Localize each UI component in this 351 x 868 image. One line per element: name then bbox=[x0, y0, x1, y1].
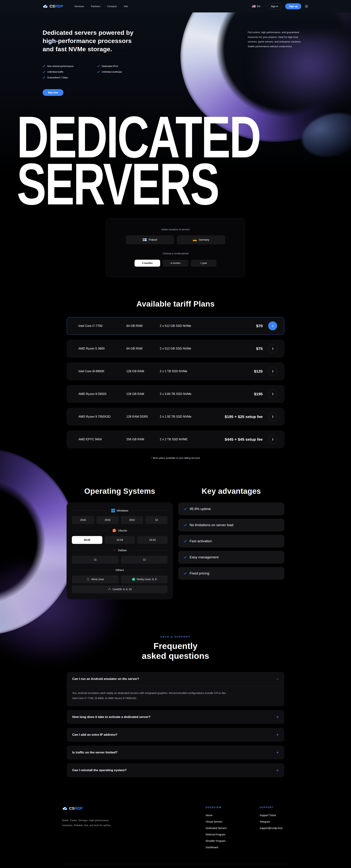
expand-plus-icon[interactable]: + bbox=[276, 715, 279, 719]
footer-link-support-email[interactable]: support@csrdp.host bbox=[259, 827, 283, 830]
giant-dedicated-servers-title: DEDICATED SERVERS bbox=[0, 114, 351, 208]
faq-question-toggle[interactable]: Can I run an Android emulator on the ser… bbox=[67, 672, 284, 686]
check-icon bbox=[97, 71, 100, 73]
collapse-minus-icon[interactable]: − bbox=[276, 677, 279, 681]
debian-logo-icon bbox=[113, 549, 116, 552]
faq-list: Can I run an Android emulator on the ser… bbox=[67, 672, 284, 777]
faq-question-toggle[interactable]: Can I add an extra IP address? + bbox=[67, 728, 284, 742]
buy-now-button[interactable]: Buy now bbox=[43, 89, 64, 96]
os-windows-2019-button[interactable]: 2019 bbox=[96, 516, 119, 524]
footer-brand-logo[interactable]: CSRDP bbox=[62, 806, 132, 810]
plan-row-intel-i7-7700[interactable]: Intel Core i7-7700 64 GB RAM 2 x 512 GB … bbox=[67, 317, 284, 335]
check-icon bbox=[184, 508, 187, 510]
divider-line bbox=[130, 550, 168, 551]
os-rocky-linux-button[interactable]: Rocky Linux: 8, 9 bbox=[121, 576, 168, 583]
faq-item-android-emulator: Can I run an Android emulator on the ser… bbox=[67, 672, 284, 706]
location-germany-button[interactable]: Germany bbox=[177, 235, 225, 244]
footer-overview-title: OVERVIEW bbox=[206, 806, 237, 809]
faq-question-toggle[interactable]: Is traffic on the server limited? + bbox=[67, 746, 284, 760]
period-label: Choose a rental period bbox=[106, 252, 245, 255]
feature-item: Dedicated IPv4 bbox=[97, 65, 157, 67]
nav-contacts[interactable]: Contacts bbox=[107, 5, 117, 8]
divider-line bbox=[127, 570, 168, 570]
footer-link-reseller-program[interactable]: Reseller Program bbox=[206, 839, 237, 842]
us-flag-icon bbox=[252, 5, 255, 7]
theme-toggle-sun-icon[interactable] bbox=[305, 4, 308, 8]
footer-support-column: SUPPORT Support Ticket Telegram support@… bbox=[259, 806, 283, 852]
os-debian-11-button[interactable]: 11 bbox=[72, 556, 119, 564]
plans-heading: Available tariff Plans bbox=[0, 300, 351, 308]
cloud-logo-icon bbox=[62, 806, 68, 810]
language-switcher[interactable]: EN bbox=[252, 5, 260, 8]
footer-link-dashboard[interactable]: Dashboard bbox=[206, 846, 237, 849]
plan-row-ryzen-5-3600[interactable]: AMD Ryzen 5 3600 64 GB RAM 2 x 512 GB SS… bbox=[67, 340, 284, 358]
expand-plus-icon[interactable]: + bbox=[276, 750, 279, 755]
page-footer: CSRDP Better. Faster. Stronger. High-per… bbox=[0, 806, 351, 868]
header-divider bbox=[264, 5, 264, 8]
footer-brand-name: CSRDP bbox=[69, 806, 83, 810]
windows-group-label: Windows bbox=[111, 509, 128, 513]
advantage-item: 99.9% uptime bbox=[178, 502, 284, 515]
plan-row-ryzen-9-7950x3d[interactable]: AMD Ryzen 9 7950X3D 128 RAM DDR5 2 x 1.9… bbox=[67, 408, 284, 426]
expand-plus-icon[interactable]: + bbox=[276, 768, 279, 772]
cloud-logo-icon bbox=[43, 4, 48, 8]
plan-row-ryzen-9-5950x[interactable]: AMD Ryzen 9 5950X 128 GB RAM 2 x 3.84 TB… bbox=[67, 385, 284, 403]
os-windows-2016-button[interactable]: 2016 bbox=[72, 516, 94, 524]
advantage-item: Easy management bbox=[178, 551, 284, 564]
expand-plus-icon[interactable]: + bbox=[276, 733, 279, 737]
faq-question-toggle[interactable]: How long does it take to activate a dedi… bbox=[67, 710, 284, 724]
footer-link-home[interactable]: Home bbox=[206, 814, 237, 817]
brand-name: CSRDP bbox=[49, 4, 63, 8]
plan-order-arrow-button[interactable] bbox=[268, 367, 277, 376]
plan-order-arrow-button[interactable] bbox=[268, 390, 277, 398]
period-3-months-button[interactable]: 3 months bbox=[135, 260, 160, 267]
footer-link-referral-program[interactable]: Referral Program bbox=[206, 833, 237, 836]
check-icon bbox=[43, 71, 45, 73]
os-windows-2022-button[interactable]: 2022 bbox=[121, 516, 143, 524]
sign-up-button[interactable]: Sign up bbox=[285, 3, 301, 9]
period-1-year-button[interactable]: 1 year bbox=[191, 260, 216, 267]
faq-item-reinstall-os: Can I reinstall the operating system? + bbox=[67, 763, 284, 777]
plan-order-arrow-button[interactable] bbox=[268, 321, 277, 330]
os-windows-10-button[interactable]: 10 bbox=[145, 516, 168, 524]
footer-link-virtual-servers[interactable]: Virtual Servers bbox=[206, 820, 237, 823]
os-ubuntu-2204-button[interactable]: 22.04 bbox=[105, 536, 135, 544]
os-debian-12-button[interactable]: 12 bbox=[121, 556, 168, 564]
footer-link-telegram[interactable]: Telegram bbox=[259, 820, 283, 823]
nav-info[interactable]: Info bbox=[124, 5, 128, 8]
hero-title: Dedicated servers powered by high-perfor… bbox=[43, 29, 134, 54]
order-configurator-card: Select location of service Finland Germa… bbox=[106, 218, 245, 277]
language-label: EN bbox=[257, 5, 260, 8]
faq-item-extra-ip: Can I add an extra IP address? + bbox=[67, 728, 284, 742]
location-label: Select location of service bbox=[106, 228, 245, 231]
os-centos-button[interactable]: CentOS: 8, 9, 10 bbox=[72, 585, 168, 593]
period-6-months-button[interactable]: 6 months bbox=[163, 260, 188, 267]
faq-question-toggle[interactable]: Can I reinstall the operating system? + bbox=[67, 763, 284, 777]
plan-order-arrow-button[interactable] bbox=[268, 344, 277, 353]
plan-order-arrow-button[interactable] bbox=[268, 412, 277, 421]
plan-row-epyc-9454[interactable]: AMD EPYC 9454 256 GB RAM 2 x 2 TB SSD NV… bbox=[67, 431, 284, 448]
plans-list: Intel Core i7-7700 64 GB RAM 2 x 512 GB … bbox=[67, 317, 284, 448]
windows-logo-icon bbox=[111, 509, 115, 513]
advantages-heading: Key advantages bbox=[178, 487, 284, 496]
check-icon bbox=[184, 540, 187, 542]
location-finland-button[interactable]: Finland bbox=[126, 235, 174, 244]
os-ubuntu-2004-button[interactable]: 20.04 bbox=[72, 536, 102, 544]
footer-link-dedicated-servers[interactable]: Dedicated Servers bbox=[206, 827, 237, 830]
feature-item: Guaranteed 1 Gbps bbox=[43, 76, 97, 79]
os-heading: Operating Systems bbox=[67, 487, 173, 496]
divider-line bbox=[72, 570, 113, 570]
others-group-label: Others bbox=[115, 568, 124, 572]
os-ubuntu-2404-button[interactable]: 24.04 bbox=[137, 536, 168, 544]
plan-price: $195 bbox=[254, 392, 263, 396]
debian-group-label: Debian bbox=[113, 549, 127, 552]
nav-partners[interactable]: Partners bbox=[91, 5, 100, 8]
plan-order-arrow-button[interactable] bbox=[268, 435, 277, 444]
sign-in-button[interactable]: Sign in bbox=[267, 3, 282, 9]
os-alma-linux-button[interactable]: Alma Linux bbox=[72, 576, 119, 583]
nav-services[interactable]: Services bbox=[75, 5, 84, 8]
brand-logo[interactable]: CSRDP bbox=[43, 4, 63, 8]
footer-link-support-ticket[interactable]: Support Ticket bbox=[259, 814, 283, 817]
plan-row-intel-i9-9900k[interactable]: Intel Core i9-9900K 128 GB RAM 2 x 1 TB … bbox=[67, 363, 284, 380]
faq-answer: Yes, Android emulators work stably on de… bbox=[67, 686, 236, 706]
